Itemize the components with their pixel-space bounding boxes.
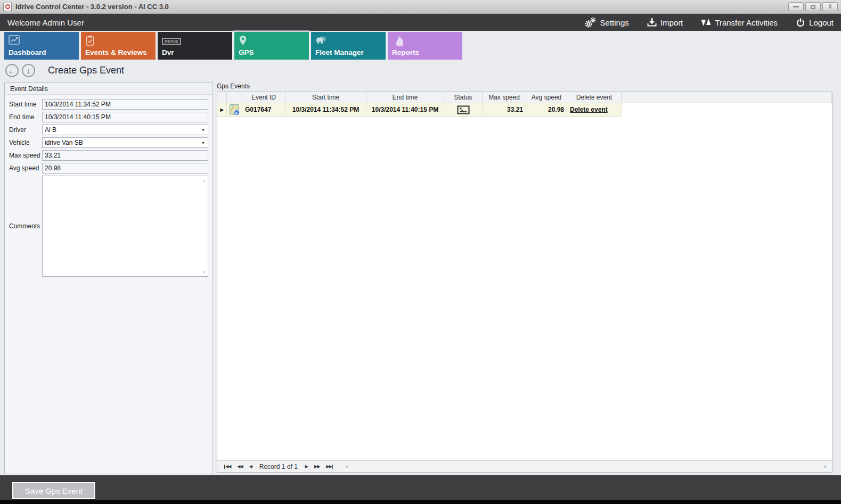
map-pin-icon — [239, 35, 247, 46]
transfer-activities-button[interactable]: Transfer Activities — [701, 18, 778, 27]
cell-event-id: G017647 — [242, 103, 285, 117]
gps-events-grid: Event ID Start time End time Status Max … — [217, 92, 832, 473]
column-header-max-speed[interactable]: Max speed — [483, 92, 526, 103]
grid-header-row: Event ID Start time End time Status Max … — [217, 92, 832, 103]
scroll-right-button[interactable]: ▶ — [824, 464, 827, 469]
record-count-label: Record 1 of 1 — [259, 463, 298, 470]
save-gps-event-button[interactable]: Save Gps Event — [12, 482, 95, 499]
driver-label: Driver — [9, 126, 42, 134]
vehicle-value: idrive Van SB — [45, 139, 83, 146]
back-arrow-icon: ← — [8, 67, 16, 75]
prev-page-button[interactable]: ◀◀ — [237, 464, 242, 469]
picture-icon[interactable] — [457, 105, 470, 114]
vehicle-label: Vehicle — [9, 139, 42, 146]
chevron-down-icon: ▼ — [201, 128, 205, 132]
clipboard-check-icon — [85, 35, 95, 46]
avg-speed-label: Avg speed — [9, 164, 42, 172]
scroll-left-button[interactable]: ◀ — [345, 464, 348, 469]
settings-button[interactable]: Settings — [584, 17, 629, 28]
start-time-field[interactable] — [42, 99, 208, 110]
collapse-button[interactable]: ↓ — [22, 64, 35, 77]
delete-event-link[interactable]: Delete event — [570, 106, 608, 113]
header-filler-cell — [622, 92, 832, 103]
chart-trend-icon — [9, 35, 21, 46]
tile-dashboard-label: Dashboard — [9, 48, 46, 56]
power-icon — [796, 18, 805, 27]
tile-gps-label: GPS — [239, 48, 254, 56]
back-button[interactable]: ← — [5, 64, 19, 77]
event-details-title: Event Details — [5, 83, 213, 95]
minimize-button[interactable] — [788, 2, 804, 11]
cell-end-time: 10/3/2014 11:40:15 PM — [366, 103, 444, 117]
column-header-end-time[interactable]: End time — [366, 92, 444, 103]
comments-field[interactable] — [43, 176, 208, 276]
tile-dvr[interactable]: MERGE Dvr — [158, 32, 232, 60]
close-button[interactable]: X — [822, 2, 838, 11]
vehicle-dropdown[interactable]: idrive Van SB ▼ — [42, 137, 208, 148]
page-title-row: ← ↓ Create Gps Event — [5, 64, 124, 77]
settings-label: Settings — [600, 18, 629, 27]
scroll-down-icon[interactable]: ▼ — [202, 270, 206, 274]
header-icon-cell — [227, 92, 242, 103]
down-arrow-icon: ↓ — [27, 67, 31, 75]
driver-dropdown[interactable]: Al B ▼ — [42, 125, 208, 135]
tile-gps[interactable]: GPS — [234, 32, 309, 60]
window-bottom-edge — [0, 500, 841, 504]
cell-start-time: 10/3/2014 11:34:52 PM — [285, 103, 366, 117]
tile-fleet-manager[interactable]: Fleet Manager — [311, 32, 386, 60]
gps-events-panel: Gps Events Event ID Start time End time … — [217, 82, 832, 473]
welcome-text: Welcome Admin User — [7, 18, 84, 27]
first-record-button[interactable]: ◀◀ — [224, 464, 231, 469]
grid-empty-area — [217, 117, 832, 460]
minimize-icon — [793, 6, 799, 7]
next-record-button[interactable]: ▶ — [305, 464, 308, 469]
app-header: Welcome Admin User Settings Import — [0, 14, 841, 31]
tile-events-reviews-label: Events & Reviews — [85, 48, 147, 56]
column-header-start-time[interactable]: Start time — [285, 92, 366, 103]
maximize-button[interactable] — [805, 2, 821, 11]
tile-events-reviews[interactable]: Events & Reviews — [81, 32, 156, 60]
scroll-up-icon[interactable]: ▲ — [202, 178, 206, 182]
titlebar: Idrive Control Center - 3.0.2 version - … — [0, 0, 841, 14]
start-time-label: Start time — [9, 101, 42, 108]
play-icon: ▶ — [234, 110, 240, 115]
tile-reports-label: Reports — [392, 48, 419, 56]
cell-avg-speed: 20.98 — [526, 103, 567, 117]
close-icon: X — [828, 4, 832, 10]
column-header-status[interactable]: Status — [444, 92, 483, 103]
max-speed-label: Max speed — [9, 152, 42, 159]
header-indicator-cell — [217, 92, 227, 103]
tile-dashboard[interactable]: Dashboard — [4, 32, 79, 60]
driver-value: Al B — [45, 126, 56, 134]
chevron-down-icon: ▼ — [201, 141, 205, 145]
end-time-field[interactable] — [42, 112, 208, 122]
logout-button[interactable]: Logout — [796, 18, 834, 27]
cell-max-speed: 33.21 — [483, 103, 526, 117]
gears-icon — [584, 17, 597, 28]
column-header-delete-event[interactable]: Delete event — [567, 92, 622, 103]
column-header-event-id[interactable]: Event ID — [242, 92, 285, 103]
table-row[interactable]: ▶ ▶ G017647 10/3/2014 11:34:52 PM 10/3/2… — [217, 103, 832, 117]
logout-label: Logout — [809, 18, 834, 27]
prev-record-button[interactable]: ◀ — [249, 464, 252, 469]
event-details-panel: Event Details Start time End time Driver… — [4, 82, 213, 474]
merge-box-icon: MERGE — [162, 38, 181, 45]
tile-dvr-label: Dvr — [162, 48, 174, 56]
trucks-icon — [315, 35, 329, 46]
next-page-button[interactable]: ▶▶ — [314, 464, 320, 469]
gps-events-title: Gps Events — [217, 82, 832, 92]
import-button[interactable]: Import — [647, 18, 683, 27]
comments-label: Comments — [9, 222, 42, 230]
row-indicator-icon: ▶ — [220, 108, 223, 112]
max-speed-field[interactable] — [42, 150, 208, 161]
map-route-icon[interactable]: ▶ — [230, 104, 239, 115]
last-record-button[interactable]: ▶▶ — [326, 464, 333, 469]
footer-bar: Save Gps Event — [0, 475, 841, 500]
record-navigator: ◀◀ ◀◀ ◀ Record 1 of 1 ▶ ▶▶ ▶▶ ◀ ▶ — [217, 460, 832, 472]
maximize-icon — [811, 5, 815, 9]
avg-speed-field[interactable] — [42, 163, 208, 173]
column-header-avg-speed[interactable]: Avg speed — [526, 92, 567, 103]
import-download-icon — [647, 18, 657, 27]
page-title: Create Gps Event — [48, 65, 124, 76]
tile-reports[interactable]: Reports — [388, 32, 462, 60]
